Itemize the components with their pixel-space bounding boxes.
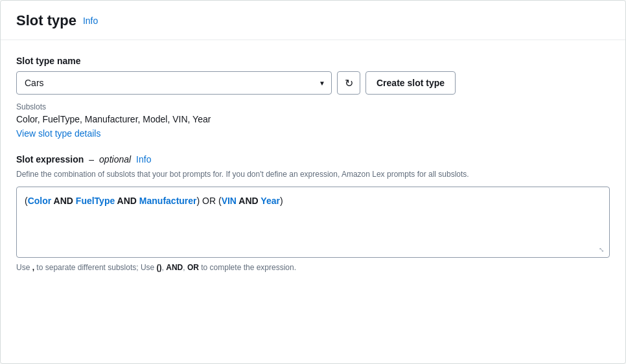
expr-close-paren: ) [280, 196, 283, 206]
subslots-label: Subslots [16, 102, 610, 111]
page-title: Slot type [16, 12, 76, 29]
header-info-link[interactable]: Info [83, 16, 98, 26]
view-slot-type-details-link[interactable]: View slot type details [16, 128, 100, 139]
slot-type-select-wrapper: Cars Vehicle Aircraft ▼ [16, 71, 332, 95]
expr-manufacturer: Manufacturer [139, 196, 197, 206]
expr-color: Color [28, 196, 52, 206]
slot-expression-header: Slot expression – optional Info [16, 154, 610, 165]
slot-expression-content: (Color AND FuelType AND Manufacturer) OR… [25, 194, 601, 208]
slot-expression-optional: optional [99, 154, 131, 165]
refresh-button[interactable]: ↻ [337, 71, 360, 95]
expr-close-or: ) OR ( [197, 196, 222, 206]
slot-expression-section: Slot expression – optional Info Define t… [16, 154, 610, 272]
slot-type-select[interactable]: Cars Vehicle Aircraft [16, 71, 332, 95]
expr-fueltype: FuelType [76, 196, 115, 206]
expr-year: Year [261, 196, 280, 206]
slot-type-name-label: Slot type name [16, 56, 610, 66]
slot-type-row: Cars Vehicle Aircraft ▼ ↻ Create slot ty… [16, 71, 610, 95]
create-slot-type-button[interactable]: Create slot type [365, 71, 456, 95]
expr-and-1: AND [51, 196, 76, 206]
main-content: Slot type name Cars Vehicle Aircraft ▼ ↻… [1, 40, 625, 288]
expression-hint: Use , to separate different subslots; Us… [16, 263, 610, 272]
expr-and-3: AND [237, 196, 261, 206]
expr-vin: VIN [222, 196, 237, 206]
slot-expression-info-link[interactable]: Info [136, 154, 151, 165]
header-section: Slot type Info [1, 1, 625, 40]
slot-expression-display[interactable]: (Color AND FuelType AND Manufacturer) OR… [16, 187, 610, 258]
page-container: Slot type Info Slot type name Cars Vehic… [0, 0, 626, 364]
textarea-resize-handle: ⤡ [599, 247, 607, 255]
refresh-icon: ↻ [345, 77, 353, 89]
subslots-value: Color, FuelType, Manufacturer, Model, VI… [16, 114, 610, 124]
expr-and-2: AND [115, 196, 139, 206]
slot-expression-description: Define the combination of subslots that … [16, 168, 610, 180]
slot-expression-title: Slot expression [16, 154, 84, 165]
